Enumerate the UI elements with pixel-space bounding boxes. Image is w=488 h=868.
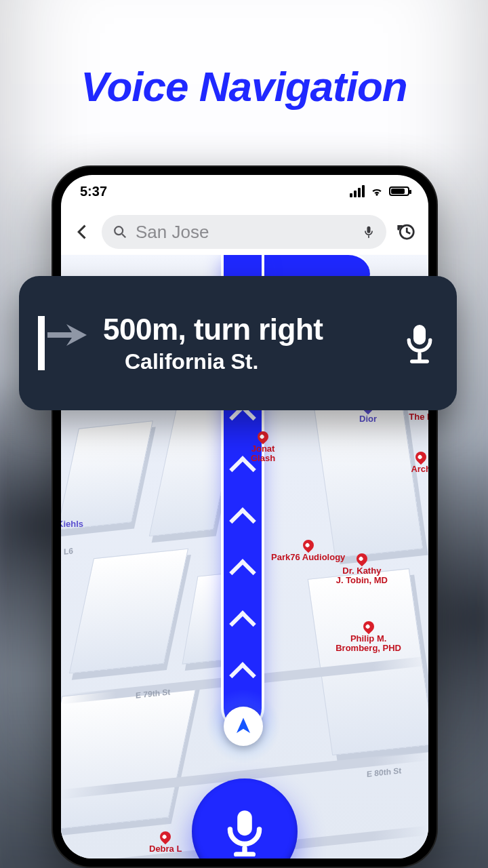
street-label: E 80th St: [367, 766, 401, 778]
poi-marker[interactable]: Philip M. Bromberg, PHD: [336, 621, 401, 654]
svg-rect-4: [237, 810, 252, 835]
svg-line-1: [122, 234, 125, 237]
mic-icon: [401, 321, 438, 365]
page-title: Voice Navigation: [0, 62, 488, 111]
cellular-icon: [350, 185, 365, 197]
back-icon[interactable]: [73, 222, 92, 241]
poi-marker[interactable]: Debra L: [149, 831, 182, 854]
svg-rect-5: [38, 316, 45, 370]
poi-marker[interactable]: Jonat Glash: [251, 431, 275, 464]
instruction-sub: California St.: [125, 349, 388, 374]
voice-button[interactable]: [192, 778, 298, 859]
search-text: San Jose: [136, 222, 354, 243]
svg-rect-6: [413, 325, 426, 344]
mic-icon[interactable]: [362, 224, 375, 240]
phone-frame: 5:37 San Jose: [52, 165, 438, 868]
poi-marker[interactable]: Kiehls: [61, 519, 83, 529]
street-label: L6: [64, 546, 73, 556]
instruction-main: 500m, turn right: [103, 313, 388, 347]
instruction-banner: 500m, turn right California St.: [19, 276, 457, 410]
route-chevrons: [229, 357, 256, 736]
poi-marker[interactable]: The F: [409, 412, 428, 422]
wifi-icon: [370, 184, 384, 198]
status-time: 5:37: [80, 184, 107, 199]
battery-icon: [389, 186, 409, 196]
svg-rect-2: [367, 226, 371, 233]
search-input[interactable]: San Jose: [102, 215, 386, 249]
mic-icon: [220, 806, 270, 856]
poi-marker[interactable]: Dr. Kathy J. Tobin, MD: [336, 553, 388, 586]
turn-right-icon: [34, 311, 89, 376]
poi-marker[interactable]: Park76 Audiology: [271, 540, 345, 562]
status-bar: 5:37: [61, 175, 428, 208]
search-icon: [113, 224, 127, 239]
search-row: San Jose: [61, 212, 428, 252]
history-icon[interactable]: [396, 222, 416, 242]
poi-marker[interactable]: Arch: [411, 452, 428, 474]
current-location-icon[interactable]: [224, 707, 263, 746]
svg-point-0: [115, 226, 123, 235]
